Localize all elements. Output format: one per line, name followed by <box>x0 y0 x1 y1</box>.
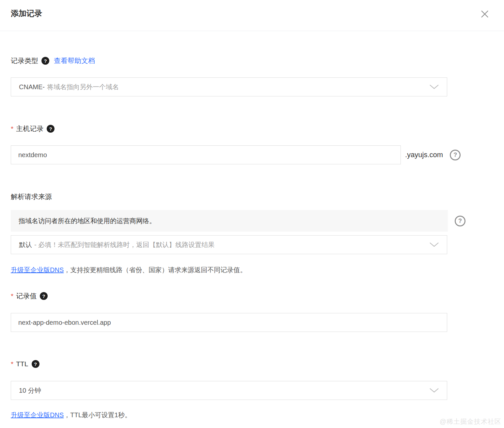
resolution-line-select[interactable]: 默认 - 必填！未匹配到智能解析线路时，返回【默认】线路设置结果 <box>11 235 447 254</box>
ttl-upgrade-text: ，TTL最小可设置1秒。 <box>64 411 131 419</box>
host-record-input[interactable] <box>11 145 401 164</box>
resolution-upgrade-text: ，支持按更精细线路（省份、国家）请求来源返回不同记录值。 <box>64 266 246 273</box>
dialog-header: 添加记录 <box>0 0 504 31</box>
ttl-select[interactable]: 10 分钟 <box>11 381 447 400</box>
host-record-help-icon[interactable]: ? <box>47 125 55 133</box>
host-record-row: .yayujs.com ? <box>11 145 493 164</box>
required-mark: * <box>11 291 13 301</box>
close-button[interactable] <box>479 8 490 20</box>
watermark: @稀土掘金技术社区 <box>440 417 501 426</box>
chevron-down-icon <box>429 84 439 90</box>
host-record-question-icon[interactable]: ? <box>450 150 461 160</box>
record-value-label: 记录值 <box>16 291 37 301</box>
record-value-input[interactable] <box>11 313 447 332</box>
resolution-line-selected-value: 默认 <box>19 240 32 249</box>
record-type-label-row: 记录类型 ? 查看帮助文档 <box>11 56 493 65</box>
resolution-source-label-row: 解析请求来源 <box>11 192 493 201</box>
resolution-line-selected-desc: - 必填！未匹配到智能解析线路时，返回【默认】线路设置结果 <box>34 240 214 249</box>
ttl-selected-value: 10 分钟 <box>19 386 41 395</box>
view-help-doc-link[interactable]: 查看帮助文档 <box>54 56 95 65</box>
resolution-source-label: 解析请求来源 <box>11 192 52 201</box>
upgrade-dns-link[interactable]: 升级至企业版DNS <box>11 266 64 273</box>
required-mark: * <box>11 359 13 369</box>
record-value-help-icon[interactable]: ? <box>40 292 48 300</box>
dialog-title: 添加记录 <box>11 8 42 18</box>
record-type-selected-value: CNAME- <box>19 83 45 91</box>
resolution-upgrade-line: 升级至企业版DNS，支持按更精细线路（省份、国家）请求来源返回不同记录值。 <box>11 265 493 274</box>
host-record-label: 主机记录 <box>16 124 43 133</box>
record-value-label-row: * 记录值 ? <box>11 291 493 301</box>
add-record-form: 记录类型 ? 查看帮助文档 CNAME- 将域名指向另外一个域名 * 主机记录 … <box>0 56 504 420</box>
ttl-label: TTL <box>16 360 28 368</box>
upgrade-dns-link[interactable]: 升级至企业版DNS <box>11 411 64 419</box>
ttl-label-row: * TTL ? <box>11 359 493 369</box>
chevron-down-icon <box>429 242 439 247</box>
domain-suffix: .yayujs.com <box>405 151 443 159</box>
record-type-select[interactable]: CNAME- 将域名指向另外一个域名 <box>11 77 447 96</box>
ttl-upgrade-line: 升级至企业版DNS，TTL最小可设置1秒。 <box>11 410 493 420</box>
resolution-source-info: 指域名访问者所在的地区和使用的运营商网络。 <box>11 210 448 232</box>
record-type-selected-desc: 将域名指向另外一个域名 <box>47 83 119 91</box>
ttl-help-icon[interactable]: ? <box>32 360 39 368</box>
record-type-label: 记录类型 <box>11 56 38 65</box>
record-type-help-icon[interactable]: ? <box>41 57 49 65</box>
record-value-row <box>11 313 493 332</box>
required-mark: * <box>11 124 13 133</box>
resolution-source-question-icon[interactable]: ? <box>455 216 465 226</box>
close-icon <box>480 14 489 19</box>
host-record-label-row: * 主机记录 ? <box>11 124 493 133</box>
resolution-source-info-row: 指域名访问者所在的地区和使用的运营商网络。 ? <box>11 210 493 232</box>
chevron-down-icon <box>429 388 439 393</box>
